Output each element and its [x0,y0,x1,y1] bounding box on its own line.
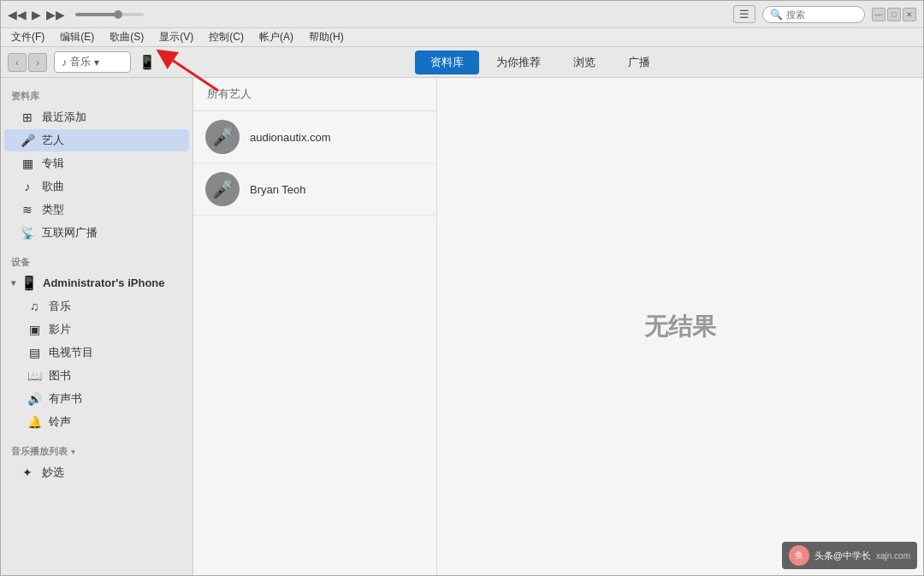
artist-icon: 🎤 [20,134,35,147]
music-label: 音乐 [49,299,71,314]
library-label: 音乐 [70,55,91,69]
watermark-url: xajn.com [876,551,910,561]
watermark-text: 头条@中学长 [814,549,871,562]
ringtones-label: 铃声 [49,414,71,430]
transport-controls: ◀◀ ▶ ▶▶ [8,8,65,21]
window-controls: — □ ✕ [872,8,916,21]
next-track-button[interactable]: ▶▶ [46,8,65,21]
sidebar-item-internet-radio[interactable]: 📡 互联网广播 [4,222,189,244]
music-icon: ♫ [27,300,42,313]
device-chevron-icon: ▾ [11,278,15,288]
artist-name-0: audionautix.com [250,131,331,144]
tab-recommended[interactable]: 为你推荐 [481,50,556,74]
albums-label: 专辑 [42,156,64,171]
dropdown-arrow-icon: ▾ [94,56,99,68]
search-box[interactable]: 🔍 [762,6,865,23]
titlebar: ◀◀ ▶ ▶▶ ☰ 🔍 — □ ✕ [1,1,923,28]
close-button[interactable]: ✕ [903,8,916,21]
forward-button[interactable]: › [28,53,47,72]
artist-name-1: Bryan Teoh [250,183,306,196]
library-section-title: 资料库 [1,85,192,105]
internet-radio-label: 互联网广播 [42,225,98,240]
playlist-chevron-icon: ▾ [71,448,75,456]
content-panel: 所有艺人 🎤 audionautix.com 🎤 Bryan Teoh [193,78,923,575]
device-name-label: Administrator's iPhone [43,276,165,289]
sidebar-item-recent[interactable]: ⊞ 最近添加 [4,106,189,128]
back-button[interactable]: ‹ [8,53,27,72]
iphone-icon: 📱 [21,275,38,291]
sidebar-item-genius[interactable]: ✦ 妙选 [4,461,189,484]
nav-tabs: 资料库 为你推荐 浏览 广播 [415,50,666,74]
sidebar-item-music[interactable]: ♫ 音乐 [11,295,189,318]
menu-file[interactable]: 文件(F) [4,28,51,46]
genres-label: 类型 [42,202,64,217]
sidebar: 资料库 ⊞ 最近添加 🎤 艺人 ▦ 专辑 ♪ 歌曲 ≋ 类型 📡 [1,78,193,575]
ringtone-icon: 🔔 [27,415,42,429]
minimize-button[interactable]: — [872,8,886,21]
album-icon: ▦ [20,157,35,170]
artist-avatar-1: 🎤 [205,172,240,206]
search-input[interactable] [786,9,863,20]
microphone-icon-1: 🎤 [212,179,234,199]
watermark: 鱼 头条@中学长 xajn.com [782,542,917,569]
menubar: 文件(F) 编辑(E) 歌曲(S) 显示(V) 控制(C) 帐户(A) 帮助(H… [1,28,923,47]
artists-label: 艺人 [42,133,64,148]
device-item[interactable]: ▾ 📱 Administrator's iPhone [1,271,192,294]
sidebar-item-artists[interactable]: 🎤 艺人 [4,129,189,151]
menu-account[interactable]: 帐户(A) [252,28,300,46]
titlebar-left: ◀◀ ▶ ▶▶ [8,8,144,21]
sidebar-item-songs[interactable]: ♪ 歌曲 [4,175,189,198]
tv-label: 电视节目 [49,345,93,360]
books-label: 图书 [49,368,71,383]
menu-song[interactable]: 歌曲(S) [103,28,151,46]
recent-icon: ⊞ [20,110,35,124]
genius-label: 妙选 [42,465,64,480]
tab-radio[interactable]: 广播 [613,50,666,74]
volume-slider[interactable] [75,13,144,16]
artist-item-0[interactable]: 🎤 audionautix.com [193,111,436,163]
tab-browse[interactable]: 浏览 [558,50,611,74]
list-view-button[interactable]: ☰ [733,5,755,23]
song-icon: ♪ [20,180,35,193]
playlists-section-title: 音乐播放列表 ▾ [1,440,192,460]
radio-icon: 📡 [20,226,35,240]
play-button[interactable]: ▶ [32,8,41,21]
sidebar-item-tv[interactable]: ▤ 电视节目 [11,341,189,364]
sidebar-item-movies[interactable]: ▣ 影片 [11,318,189,341]
menu-help[interactable]: 帮助(H) [302,28,351,46]
devices-section-title: 设备 [1,251,192,271]
device-sub-items: ♫ 音乐 ▣ 影片 ▤ 电视节目 📖 图书 🔊 有声书 [1,295,192,433]
tab-library[interactable]: 资料库 [415,50,479,74]
menu-edit[interactable]: 编辑(E) [53,28,101,46]
artist-item-1[interactable]: 🎤 Bryan Teoh [193,163,436,216]
library-dropdown[interactable]: ♪ 音乐 ▾ [54,51,131,73]
artist-avatar-0: 🎤 [205,120,240,154]
sidebar-item-audiobooks[interactable]: 🔊 有声书 [11,388,189,410]
prev-track-button[interactable]: ◀◀ [8,8,27,21]
artist-list-panel: 所有艺人 🎤 audionautix.com 🎤 Bryan Teoh [193,78,437,575]
movies-label: 影片 [49,322,71,337]
menu-control[interactable]: 控制(C) [202,28,251,46]
menu-view[interactable]: 显示(V) [152,28,200,46]
audiobooks-label: 有声书 [49,391,82,407]
audiobook-icon: 🔊 [27,392,42,406]
main-content-right: 无结果 [437,78,923,575]
book-icon: 📖 [27,369,42,383]
sidebar-item-books[interactable]: 📖 图书 [11,365,189,387]
sidebar-item-genres[interactable]: ≋ 类型 [4,199,189,221]
titlebar-right: ☰ 🔍 — □ ✕ [733,5,916,23]
search-icon: 🔍 [770,9,783,21]
main-area: 资料库 ⊞ 最近添加 🎤 艺人 ▦ 专辑 ♪ 歌曲 ≋ 类型 📡 [1,78,923,575]
watermark-logo: 鱼 [789,545,809,566]
itunes-window: ◀◀ ▶ ▶▶ ☰ 🔍 — □ ✕ 文件(F) 编辑(E) 歌曲(S) [0,0,924,576]
songs-label: 歌曲 [42,179,64,194]
recent-label: 最近添加 [42,110,86,125]
navbar: ‹ › ♪ 音乐 ▾ 📱 资料库 为你推荐 浏览 广播 [1,47,923,78]
sidebar-item-albums[interactable]: ▦ 专辑 [4,152,189,175]
device-icon[interactable]: 📱 [138,53,157,72]
genius-icon: ✦ [20,466,35,479]
music-note-icon: ♪ [62,56,67,68]
nav-arrows: ‹ › [8,53,47,72]
maximize-button[interactable]: □ [887,8,901,21]
sidebar-item-ringtones[interactable]: 🔔 铃声 [11,411,189,433]
